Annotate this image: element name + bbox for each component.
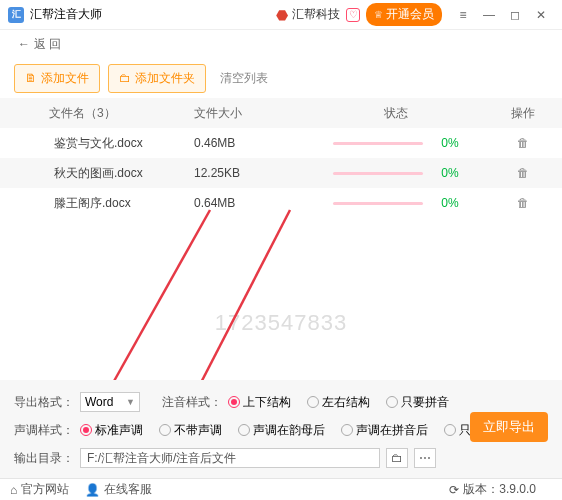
folder-icon: 🗀 xyxy=(391,451,403,465)
official-site-link[interactable]: ⌂官方网站 xyxy=(10,481,69,498)
table-header: 文件名（3） 文件大小 状态 操作 xyxy=(0,98,562,128)
delete-icon[interactable]: 🗑 xyxy=(517,166,529,180)
zhuyin-style-label: 注音样式： xyxy=(162,394,222,411)
col-filename: 文件名（3） xyxy=(14,105,194,122)
radio-tone-after-pinyin[interactable]: 声调在拼音后 xyxy=(341,422,428,439)
flame-icon: ⬣ xyxy=(276,7,288,23)
col-operation: 操作 xyxy=(498,105,548,122)
export-format-label: 导出格式： xyxy=(14,394,74,411)
table-row: 秋天的图画.docx 12.25KB 0% 🗑 xyxy=(0,158,562,188)
export-button[interactable]: 立即导出 xyxy=(470,412,548,442)
version-label: ⟳版本：3.9.0.0 xyxy=(449,481,536,498)
table-row: 鉴赏与文化.docx 0.46MB 0% 🗑 xyxy=(0,128,562,158)
heart-icon[interactable]: ♡ xyxy=(346,8,360,22)
app-title: 汇帮注音大师 xyxy=(30,6,102,23)
progress-bar xyxy=(333,172,423,175)
output-path-input[interactable]: F:/汇帮注音大师/注音后文件 xyxy=(80,448,380,468)
refresh-icon[interactable]: ⟳ xyxy=(449,483,459,497)
col-size: 文件大小 xyxy=(194,105,294,122)
delete-icon[interactable]: 🗑 xyxy=(517,136,529,150)
radio-pinyin-only[interactable]: 只要拼音 xyxy=(386,394,449,411)
back-button[interactable]: ← 返 回 xyxy=(0,30,562,58)
file-plus-icon: 🗎 xyxy=(25,71,37,85)
add-file-button[interactable]: 🗎添加文件 xyxy=(14,64,100,93)
col-status: 状态 xyxy=(294,105,498,122)
watermark: 1723547833 xyxy=(0,310,562,336)
annotation-arrow xyxy=(180,200,300,410)
vip-button[interactable]: ♕ 开通会员 xyxy=(366,3,442,26)
home-icon: ⌂ xyxy=(10,483,17,497)
add-folder-button[interactable]: 🗀添加文件夹 xyxy=(108,64,206,93)
close-icon[interactable]: ✕ xyxy=(528,2,554,28)
support-icon: 👤 xyxy=(85,483,100,497)
menu-icon[interactable]: ≡ xyxy=(450,2,476,28)
table-row: 滕王阁序.docx 0.64MB 0% 🗑 xyxy=(0,188,562,218)
progress-bar xyxy=(333,142,423,145)
back-arrow-icon: ← xyxy=(18,37,30,51)
chevron-down-icon: ▼ xyxy=(126,397,135,407)
tone-style-label: 声调样式： xyxy=(14,422,74,439)
minimize-icon[interactable]: — xyxy=(476,2,502,28)
delete-icon[interactable]: 🗑 xyxy=(517,196,529,210)
radio-no-tone[interactable]: 不带声调 xyxy=(159,422,222,439)
browse-folder-button[interactable]: 🗀 xyxy=(386,448,408,468)
radio-tone-after-vowel[interactable]: 声调在韵母后 xyxy=(238,422,325,439)
radio-top-bottom[interactable]: 上下结构 xyxy=(228,394,291,411)
radio-standard-tone[interactable]: 标准声调 xyxy=(80,422,143,439)
output-dir-label: 输出目录： xyxy=(14,450,74,467)
radio-left-right[interactable]: 左右结构 xyxy=(307,394,370,411)
maximize-icon[interactable]: ◻ xyxy=(502,2,528,28)
more-button[interactable]: ⋯ xyxy=(414,448,436,468)
app-icon: 汇 xyxy=(8,7,24,23)
svg-line-2 xyxy=(192,210,290,400)
tech-link[interactable]: 汇帮科技 xyxy=(292,6,340,23)
export-format-select[interactable]: Word▼ xyxy=(80,392,140,412)
online-service-link[interactable]: 👤在线客服 xyxy=(85,481,152,498)
progress-bar xyxy=(333,202,423,205)
folder-plus-icon: 🗀 xyxy=(119,71,131,85)
clear-list-link[interactable]: 清空列表 xyxy=(220,70,268,87)
